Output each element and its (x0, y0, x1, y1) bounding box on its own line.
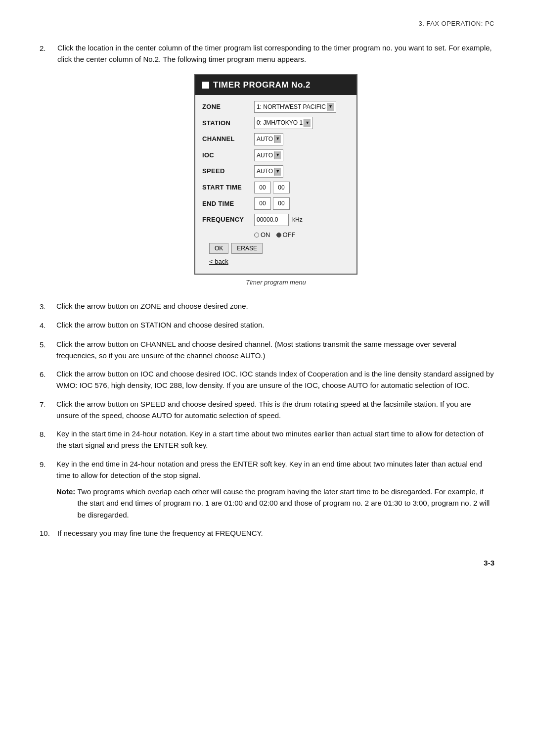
ioc-control[interactable]: AUTO ▼ (254, 149, 283, 162)
speed-label: SPEED (202, 166, 254, 176)
step-text-6: Click the arrow button on IOC and choose… (56, 368, 494, 391)
erase-button[interactable]: ERASE (231, 243, 263, 254)
radio-off-text: OFF (283, 230, 296, 240)
station-control[interactable]: 0: JMH/TOKYO 1 ▼ (254, 117, 313, 129)
radio-on-text: ON (261, 230, 270, 240)
station-label: STATION (202, 118, 254, 128)
step-8: 8. Key in the start time in 24-hour nota… (40, 428, 494, 451)
radio-on-label[interactable]: ON (254, 230, 270, 240)
speed-row: SPEED AUTO ▼ (202, 165, 350, 178)
station-value: 0: JMH/TOKYO 1 (257, 118, 303, 128)
step-num-6: 6. (40, 368, 51, 391)
radio-off-circle[interactable] (276, 233, 281, 237)
page-number: 3-3 (40, 559, 494, 567)
station-row: STATION 0: JMH/TOKYO 1 ▼ (202, 117, 350, 129)
start-time-control[interactable]: 00 00 (254, 182, 290, 194)
button-row: OK ERASE (202, 243, 350, 254)
steps-list: 3. Click the arrow button on ZONE and ch… (40, 300, 494, 520)
step-10: 10. If necessary you may fine tune the f… (40, 527, 494, 539)
zone-label: ZONE (202, 102, 254, 112)
start-time-row: START TIME 00 00 (202, 182, 350, 194)
end-time-control[interactable]: 00 00 (254, 197, 290, 210)
dialog-title: TIMER PROGRAM No.2 (213, 79, 311, 92)
zone-control[interactable]: 1: NORTHWEST PACIFIC ▼ (254, 101, 336, 113)
timer-program-dialog: TIMER PROGRAM No.2 ZONE 1: NORTHWEST PAC… (194, 74, 357, 275)
frequency-control[interactable]: 00000.0 kHz (254, 214, 303, 226)
step-3: 3. Click the arrow button on ZONE and ch… (40, 300, 494, 312)
ok-button[interactable]: OK (209, 243, 228, 254)
end-time-row: END TIME 00 00 (202, 197, 350, 210)
speed-value: AUTO (257, 167, 273, 176)
ioc-row: IOC AUTO ▼ (202, 149, 350, 162)
radio-on-circle[interactable] (254, 233, 259, 237)
speed-control[interactable]: AUTO ▼ (254, 165, 283, 178)
zone-value: 1: NORTHWEST PACIFIC (257, 102, 326, 112)
step-text-9-block: Key in the end time in 24-hour notation … (56, 458, 494, 520)
dialog-body: ZONE 1: NORTHWEST PACIFIC ▼ STATION (195, 95, 356, 269)
channel-label: CHANNEL (202, 134, 254, 144)
step-5: 5. Click the arrow button on CHANNEL and… (40, 338, 494, 362)
start-time-label: START TIME (202, 183, 254, 192)
step-num-9: 9. (40, 458, 51, 520)
channel-select[interactable]: AUTO ▼ (254, 133, 283, 145)
step-text-9: Key in the end time in 24-hour notation … (56, 460, 482, 479)
zone-row: ZONE 1: NORTHWEST PACIFIC ▼ (202, 101, 350, 113)
frequency-row: FREQUENCY 00000.0 kHz (202, 214, 350, 226)
channel-value: AUTO (257, 135, 273, 144)
step-text-5: Click the arrow button on CHANNEL and ch… (56, 338, 494, 362)
station-arrow-icon[interactable]: ▼ (304, 119, 311, 127)
step-text-3: Click the arrow button on ZONE and choos… (56, 300, 494, 312)
step-num-3: 3. (40, 300, 51, 312)
list-item-2: 2. Click the location in the center colu… (40, 42, 494, 291)
dialog-caption: Timer program menu (246, 278, 306, 287)
frequency-input[interactable]: 00000.0 (254, 214, 289, 226)
ioc-select[interactable]: AUTO ▼ (254, 149, 283, 162)
back-link[interactable]: < back (202, 257, 350, 267)
step-num-4: 4. (40, 319, 51, 331)
zone-arrow-icon[interactable]: ▼ (327, 103, 334, 111)
end-time-hour[interactable]: 00 (254, 197, 271, 210)
channel-arrow-icon[interactable]: ▼ (274, 135, 281, 143)
step-num-7: 7. (40, 398, 51, 422)
intro-text: Click the location in the center column … (57, 44, 492, 63)
title-square-icon (202, 82, 209, 89)
channel-control[interactable]: AUTO ▼ (254, 133, 283, 145)
ioc-label: IOC (202, 150, 254, 160)
step-6: 6. Click the arrow button on IOC and cho… (40, 368, 494, 391)
note-block: Note: Two programs which overlap each ot… (56, 486, 494, 520)
end-time-min[interactable]: 00 (273, 197, 290, 210)
step-num-5: 5. (40, 338, 51, 362)
note-label: Note: (56, 486, 75, 520)
speed-arrow-icon[interactable]: ▼ (274, 168, 281, 176)
frequency-label: FREQUENCY (202, 215, 254, 225)
step-text-10: If necessary you may fine tune the frequ… (57, 527, 263, 539)
page-header: 3. FAX OPERATION: PC (40, 20, 494, 27)
step-text-8: Key in the start time in 24-hour notatio… (56, 428, 494, 451)
list-num-2: 2. (40, 42, 52, 291)
channel-row: CHANNEL AUTO ▼ (202, 133, 350, 145)
dialog-wrapper: TIMER PROGRAM No.2 ZONE 1: NORTHWEST PAC… (57, 74, 494, 288)
step-num-8: 8. (40, 428, 51, 451)
step-num-10: 10. (40, 527, 52, 539)
ioc-arrow-icon[interactable]: ▼ (274, 151, 281, 159)
ioc-value: AUTO (257, 151, 273, 160)
start-time-min[interactable]: 00 (273, 182, 290, 194)
step-text-4: Click the arrow button on STATION and ch… (56, 319, 494, 331)
end-time-label: END TIME (202, 199, 254, 209)
step-7: 7. Click the arrow button on SPEED and c… (40, 398, 494, 422)
radio-off-label[interactable]: OFF (276, 230, 296, 240)
start-time-hour[interactable]: 00 (254, 182, 271, 194)
step-4: 4. Click the arrow button on STATION and… (40, 319, 494, 331)
step-text-7: Click the arrow button on SPEED and choo… (56, 398, 494, 422)
zone-select[interactable]: 1: NORTHWEST PACIFIC ▼ (254, 101, 336, 113)
frequency-unit: kHz (292, 215, 303, 225)
station-select[interactable]: 0: JMH/TOKYO 1 ▼ (254, 117, 313, 129)
dialog-title-bar: TIMER PROGRAM No.2 (195, 75, 356, 95)
radio-row: ON OFF (202, 230, 350, 240)
step-9: 9. Key in the end time in 24-hour notati… (40, 458, 494, 520)
list-content-2: Click the location in the center column … (57, 42, 494, 291)
note-text: Two programs which overlap each other wi… (78, 486, 495, 520)
speed-select[interactable]: AUTO ▼ (254, 165, 283, 178)
